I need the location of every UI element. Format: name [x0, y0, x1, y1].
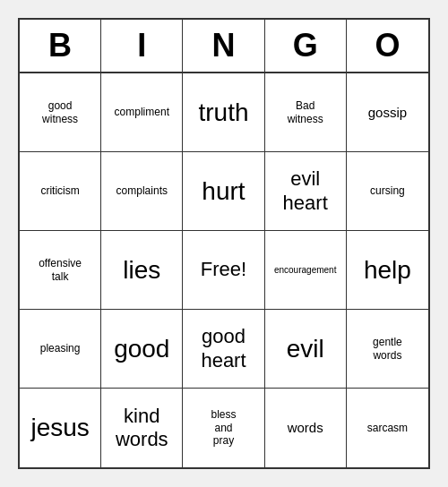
bingo-cell: jesus	[20, 389, 101, 467]
bingo-cell: encouragement	[265, 231, 347, 310]
bingo-cell: hurt	[183, 152, 264, 231]
bingo-cell: help	[347, 231, 428, 310]
cell-text: good	[114, 334, 169, 364]
bingo-cell: offensivetalk	[20, 231, 101, 310]
bingo-cell: Free!	[183, 231, 264, 310]
header-letter: O	[347, 20, 428, 72]
cell-text: evilheart	[283, 167, 328, 215]
bingo-cell: cursing	[347, 152, 428, 231]
cell-text: sarcasm	[367, 422, 408, 434]
bingo-card: BINGO goodwitnesscomplimenttruthBadwitne…	[18, 18, 430, 469]
bingo-header: BINGO	[20, 20, 428, 73]
bingo-cell: gentlewords	[347, 310, 428, 389]
header-letter: G	[265, 20, 347, 72]
bingo-cell: pleasing	[20, 310, 101, 389]
cell-text: goodheart	[201, 325, 246, 372]
bingo-cell: good	[101, 310, 183, 389]
cell-text: words	[288, 420, 323, 436]
cell-text: lies	[123, 255, 160, 286]
cell-text: gossip	[368, 105, 407, 121]
header-letter: I	[101, 20, 183, 72]
cell-text: hurt	[202, 176, 245, 207]
cell-text: complaints	[116, 184, 168, 197]
bingo-cell: blessandpray	[183, 389, 264, 467]
bingo-cell: kindwords	[101, 389, 183, 467]
bingo-cell: truth	[183, 73, 264, 152]
cell-text: encouragement	[274, 265, 337, 276]
bingo-cell: goodwitness	[20, 73, 101, 152]
cell-text: jesus	[30, 413, 89, 443]
cell-text: truth	[198, 98, 248, 128]
cell-text: blessandpray	[211, 408, 236, 447]
bingo-cell: words	[265, 389, 347, 467]
bingo-cell: criticism	[20, 152, 101, 231]
cell-text: gentlewords	[373, 336, 402, 362]
cell-text: evil	[287, 334, 324, 364]
cell-text: pleasing	[40, 342, 81, 355]
cell-text: help	[364, 255, 411, 286]
bingo-cell: Badwitness	[265, 73, 347, 152]
cell-text: offensivetalk	[39, 257, 82, 283]
cell-text: kindwords	[116, 405, 168, 452]
cell-text: cursing	[370, 184, 405, 197]
bingo-cell: sarcasm	[347, 389, 428, 467]
cell-text: Free!	[201, 258, 246, 281]
header-letter: B	[20, 20, 101, 72]
cell-text: compliment	[115, 106, 169, 118]
bingo-cell: lies	[101, 231, 183, 310]
header-letter: N	[183, 20, 264, 72]
bingo-cell: complaints	[101, 152, 183, 231]
cell-text: criticism	[40, 184, 79, 197]
bingo-cell: gossip	[347, 73, 428, 152]
bingo-cell: evilheart	[265, 152, 347, 231]
cell-text: Badwitness	[288, 99, 323, 125]
bingo-cell: compliment	[101, 73, 183, 152]
bingo-cell: goodheart	[183, 310, 264, 389]
cell-text: goodwitness	[42, 99, 78, 125]
bingo-grid: goodwitnesscomplimenttruthBadwitnessgoss…	[20, 73, 428, 467]
bingo-cell: evil	[265, 310, 347, 389]
